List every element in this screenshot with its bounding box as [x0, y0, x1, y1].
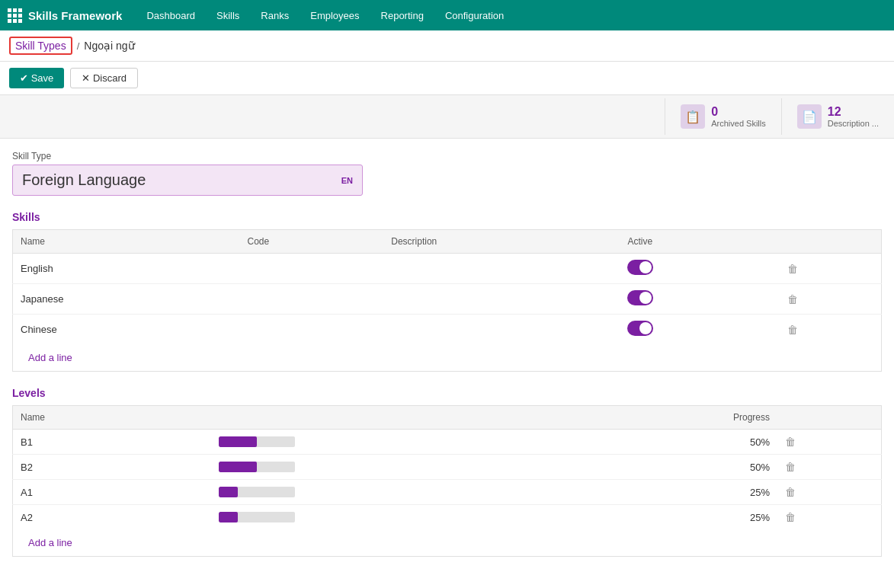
level-progress-bar-cell	[211, 455, 573, 480]
nav-item-skills[interactable]: Skills	[207, 5, 248, 26]
breadcrumb-parent[interactable]: Skill Types	[9, 37, 72, 55]
levels-table-row: A1 25% 🗑	[13, 480, 882, 505]
levels-table-row: A2 25% 🗑	[13, 505, 882, 530]
save-button[interactable]: ✔ Save	[9, 68, 64, 88]
archived-skills-icon: 📋	[681, 104, 705, 129]
description-label: Description ...	[828, 119, 879, 128]
skill-code	[240, 284, 384, 315]
app-title-text: Skills Framework	[28, 9, 122, 22]
skill-active[interactable]	[620, 284, 779, 315]
description-icon: 📄	[797, 104, 822, 129]
progress-bar-fill	[219, 436, 257, 447]
nav-item-reporting[interactable]: Reporting	[372, 5, 433, 26]
progress-bar-fill	[219, 462, 257, 472]
discard-button[interactable]: ✕ Discard	[70, 68, 138, 88]
main-content: Skill Type Foreign Language EN Skills Na…	[0, 139, 894, 569]
level-name: B1	[13, 430, 211, 455]
skill-name: Chinese	[13, 315, 240, 345]
breadcrumb: Skill Types / Ngoại ngữ	[0, 30, 894, 62]
level-delete-cell: 🗑	[777, 505, 881, 530]
archived-skills-label: Archived Skills	[711, 119, 766, 128]
levels-table-row: B1 50% 🗑	[13, 430, 882, 455]
skill-type-label: Skill Type	[12, 151, 882, 161]
grid-icon[interactable]	[8, 8, 22, 23]
skill-description	[383, 284, 620, 315]
skill-active[interactable]	[620, 254, 779, 284]
progress-bar-fill	[219, 487, 238, 497]
skills-table-row: Japanese 🗑	[13, 284, 882, 315]
skill-name: Japanese	[13, 284, 240, 315]
level-name: B2	[13, 455, 211, 480]
skill-description	[383, 254, 620, 284]
nav-item-dashboard[interactable]: Dashboard	[137, 5, 204, 26]
skills-col-name: Name	[13, 230, 240, 254]
levels-col-progress-label: Progress	[572, 406, 777, 430]
skill-delete-button[interactable]: 🗑	[787, 324, 798, 336]
skills-table: Name Code Description Active English 🗑 J…	[12, 229, 882, 372]
level-progress-label: 25%	[572, 480, 777, 505]
top-navigation: Skills Framework Dashboard Skills Ranks …	[0, 0, 894, 30]
levels-table: Name Progress B1 50% 🗑 B2	[12, 405, 882, 557]
progress-bar-background	[219, 462, 295, 472]
skills-col-actions	[780, 230, 882, 254]
level-delete-button[interactable]: 🗑	[785, 436, 796, 448]
progress-percentage: 25%	[750, 512, 770, 523]
levels-section-title: Levels	[12, 387, 882, 399]
progress-percentage: 50%	[750, 462, 770, 473]
nav-item-configuration[interactable]: Configuration	[436, 5, 513, 26]
progress-bar-fill	[219, 512, 238, 522]
skills-col-code: Code	[240, 230, 384, 254]
skill-active-toggle[interactable]	[627, 260, 653, 275]
level-delete-button[interactable]: 🗑	[785, 486, 796, 498]
skill-code	[240, 254, 384, 284]
breadcrumb-current: Ngoại ngữ	[84, 40, 134, 52]
skill-delete-button[interactable]: 🗑	[787, 293, 798, 305]
progress-percentage: 50%	[750, 436, 770, 448]
levels-add-line[interactable]: Add a line	[21, 532, 80, 553]
nav-item-employees[interactable]: Employees	[301, 5, 368, 26]
skills-section-title: Skills	[12, 211, 882, 223]
description-count: 12	[828, 105, 879, 119]
level-progress-bar-cell	[211, 480, 573, 505]
levels-col-name: Name	[13, 406, 211, 430]
level-delete-button[interactable]: 🗑	[785, 511, 796, 523]
level-name: A1	[13, 480, 211, 505]
skill-delete-cell: 🗑	[780, 254, 882, 284]
archived-skills-count: 0	[711, 105, 766, 119]
progress-bar-background	[219, 436, 295, 447]
stat-description[interactable]: 📄 12 Description ...	[781, 98, 894, 135]
stats-bar: 📋 0 Archived Skills 📄 12 Description ...	[0, 95, 894, 139]
skills-table-row: English 🗑	[13, 254, 882, 284]
skills-table-row: Chinese 🗑	[13, 315, 882, 345]
breadcrumb-separator: /	[77, 40, 80, 52]
action-bar: ✔ Save ✕ Discard	[0, 62, 894, 95]
level-delete-cell: 🗑	[777, 480, 881, 505]
skills-add-line[interactable]: Add a line	[21, 347, 80, 368]
stat-archived-skills[interactable]: 📋 0 Archived Skills	[665, 98, 781, 135]
skills-col-active: Active	[620, 230, 779, 254]
skills-col-description: Description	[383, 230, 620, 254]
progress-percentage: 25%	[750, 487, 770, 498]
level-delete-cell: 🗑	[777, 455, 881, 480]
levels-table-row: B2 50% 🗑	[13, 455, 882, 480]
skill-delete-button[interactable]: 🗑	[787, 263, 798, 275]
level-name: A2	[13, 505, 211, 530]
nav-item-ranks[interactable]: Ranks	[252, 5, 298, 26]
level-delete-button[interactable]: 🗑	[785, 461, 796, 473]
skill-active[interactable]	[620, 315, 779, 345]
level-progress-label: 25%	[572, 505, 777, 530]
skill-type-input[interactable]: Foreign Language EN	[12, 165, 363, 196]
skill-active-toggle[interactable]	[627, 321, 653, 336]
lang-badge: EN	[341, 176, 353, 185]
skill-type-field: Skill Type Foreign Language EN	[12, 151, 882, 196]
app-title: Skills Framework	[8, 8, 122, 23]
levels-col-actions	[777, 406, 881, 430]
levels-col-progress	[211, 406, 573, 430]
skill-name: English	[13, 254, 240, 284]
skill-active-toggle[interactable]	[627, 290, 653, 305]
skill-delete-cell: 🗑	[780, 284, 882, 315]
skill-code	[240, 315, 384, 345]
level-progress-label: 50%	[572, 430, 777, 455]
skill-type-value: Foreign Language	[22, 171, 146, 189]
level-progress-bar-cell	[211, 430, 573, 455]
